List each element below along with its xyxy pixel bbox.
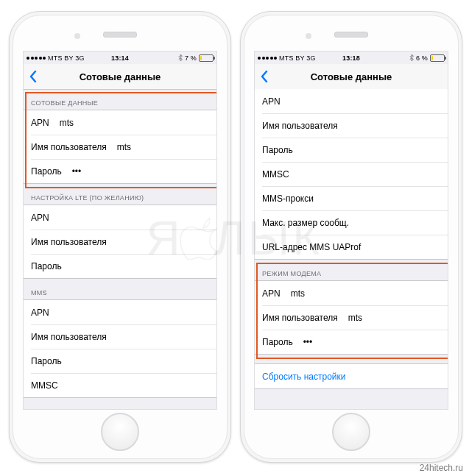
chevron-left-icon bbox=[261, 71, 268, 82]
row-label: Пароль bbox=[31, 356, 62, 366]
battery-pct: 6 % bbox=[416, 54, 428, 62]
speaker bbox=[334, 32, 368, 38]
battery-icon bbox=[199, 54, 214, 62]
signal-dots-icon bbox=[258, 57, 277, 60]
chevron-left-icon bbox=[29, 71, 37, 82]
phone-frame: MTS BY 3G 13:18 6 % Сотовые данные bbox=[244, 15, 459, 459]
row-label: Имя пользователя bbox=[31, 332, 107, 342]
home-button[interactable] bbox=[101, 413, 139, 451]
carrier-label: MTS BY 3G bbox=[48, 54, 85, 62]
row-mms-uaprof[interactable]: URL-адрес MMS UAProf bbox=[255, 235, 448, 259]
section-group: APN mts Имя пользователя mts Пароль ••• bbox=[24, 110, 216, 184]
row-password[interactable]: Пароль bbox=[24, 254, 216, 278]
row-label: Пароль bbox=[31, 261, 62, 271]
section-header: РЕЖИМ МОДЕМА bbox=[255, 260, 448, 280]
status-time: 13:18 bbox=[342, 54, 360, 62]
status-right: 6 % bbox=[409, 54, 445, 62]
row-username[interactable]: Имя пользователя mts bbox=[24, 135, 216, 159]
row-apn[interactable]: APN mts bbox=[24, 110, 216, 135]
section-header: НАСТРОЙКА LTE (ПО ЖЕЛАНИЮ) bbox=[24, 184, 216, 205]
speaker bbox=[103, 32, 137, 38]
status-bar: MTS BY 3G 13:18 6 % bbox=[255, 51, 448, 64]
content[interactable]: APN Имя пользователя Пароль MMSC MMS-про bbox=[255, 89, 448, 409]
row-username[interactable]: Имя пользователя mts bbox=[255, 305, 448, 330]
row-password[interactable]: Пароль ••• bbox=[255, 330, 448, 354]
row-label: MMSC bbox=[262, 169, 289, 180]
row-label: Сбросить настройки bbox=[262, 372, 345, 382]
reset-settings-link[interactable]: Сбросить настройки bbox=[255, 364, 448, 388]
section-header: СОТОВЫЕ ДАННЫЕ bbox=[24, 89, 216, 110]
row-label: MMSC bbox=[31, 380, 58, 391]
row-username[interactable]: Имя пользователя bbox=[255, 113, 448, 138]
row-label: Пароль bbox=[262, 337, 293, 347]
row-value: mts bbox=[291, 288, 305, 299]
row-label: URL-адрес MMS UAProf bbox=[262, 242, 361, 252]
row-mmsc[interactable]: MMSC bbox=[255, 162, 448, 186]
screen: MTS BY 3G 13:18 6 % Сотовые данные bbox=[254, 51, 448, 410]
section-group: APN Имя пользователя Пароль MMSC MMS-про bbox=[255, 89, 448, 260]
row-max-msg-size[interactable]: Макс. размер сообщ. bbox=[255, 210, 448, 235]
phone-frame: MTS BY 3G 13:14 7 % Сотовые данные bbox=[13, 15, 228, 459]
row-value: mts bbox=[60, 118, 74, 128]
row-label: APN bbox=[31, 118, 49, 128]
row-label: APN bbox=[262, 96, 281, 107]
row-mmsc[interactable]: MMSC bbox=[24, 373, 216, 397]
row-apn[interactable]: APN bbox=[24, 205, 216, 230]
row-label: Макс. размер сообщ. bbox=[262, 218, 349, 228]
section-group: APN mts Имя пользователя mts Пароль ••• bbox=[255, 280, 448, 355]
section-group: Сбросить настройки bbox=[255, 363, 448, 389]
home-button[interactable] bbox=[332, 413, 370, 451]
row-label: APN bbox=[31, 213, 49, 223]
screen: MTS BY 3G 13:14 7 % Сотовые данные bbox=[23, 51, 217, 410]
row-mms-proxy[interactable]: MMS-прокси bbox=[255, 186, 448, 210]
row-apn[interactable]: APN mts bbox=[255, 281, 448, 305]
section-group: APN Имя пользователя Пароль bbox=[24, 205, 216, 279]
row-label: Пароль bbox=[31, 166, 62, 177]
phone-left: MTS BY 3G 13:14 7 % Сотовые данные bbox=[9, 11, 231, 463]
row-username[interactable]: Имя пользователя bbox=[24, 230, 216, 254]
row-value: ••• bbox=[303, 337, 313, 347]
row-password[interactable]: Пароль ••• bbox=[24, 159, 216, 183]
front-camera bbox=[74, 33, 80, 39]
battery-icon bbox=[430, 54, 445, 62]
row-value: ••• bbox=[72, 166, 82, 177]
content[interactable]: СОТОВЫЕ ДАННЫЕ APN mts Имя пользователя … bbox=[24, 89, 216, 409]
row-apn[interactable]: APN bbox=[24, 300, 216, 324]
row-value: mts bbox=[117, 142, 131, 152]
row-username[interactable]: Имя пользователя bbox=[24, 324, 216, 349]
section-group: APN Имя пользователя Пароль MMSC bbox=[24, 299, 216, 398]
battery-pct: 7 % bbox=[185, 54, 197, 62]
status-time: 13:14 bbox=[111, 54, 129, 62]
phone-right: MTS BY 3G 13:18 6 % Сотовые данные bbox=[240, 11, 462, 463]
row-label: Имя пользователя bbox=[262, 313, 338, 323]
row-label: MMS-прокси bbox=[262, 193, 314, 204]
back-button[interactable] bbox=[255, 71, 274, 82]
row-label: Пароль bbox=[262, 145, 293, 155]
back-button[interactable] bbox=[24, 71, 43, 82]
row-label: Имя пользователя bbox=[262, 121, 338, 131]
row-password[interactable]: Пароль bbox=[24, 349, 216, 373]
row-label: Имя пользователя bbox=[31, 142, 107, 152]
nav-title: Сотовые данные bbox=[24, 71, 216, 82]
row-label: APN bbox=[31, 308, 49, 318]
section-header: MMS bbox=[24, 279, 216, 299]
bluetooth-icon bbox=[178, 54, 183, 61]
status-right: 7 % bbox=[178, 54, 214, 62]
status-bar: MTS BY 3G 13:14 7 % bbox=[24, 51, 216, 64]
nav-bar: Сотовые данные bbox=[24, 64, 216, 90]
row-apn[interactable]: APN bbox=[255, 89, 448, 113]
row-label: Имя пользователя bbox=[31, 237, 107, 247]
bluetooth-icon bbox=[409, 54, 414, 61]
row-value: mts bbox=[348, 313, 362, 323]
signal-dots-icon bbox=[27, 57, 46, 60]
row-label: APN bbox=[262, 288, 281, 299]
nav-title: Сотовые данные bbox=[255, 71, 448, 82]
row-password[interactable]: Пароль bbox=[255, 138, 448, 162]
credit-label: 24hitech.ru bbox=[420, 463, 463, 473]
carrier-label: MTS BY 3G bbox=[279, 54, 316, 62]
stage: { "watermark": "ЯБЛЫК", "credit": "24hit… bbox=[0, 0, 469, 476]
nav-bar: Сотовые данные bbox=[255, 64, 448, 90]
front-camera bbox=[306, 33, 311, 39]
